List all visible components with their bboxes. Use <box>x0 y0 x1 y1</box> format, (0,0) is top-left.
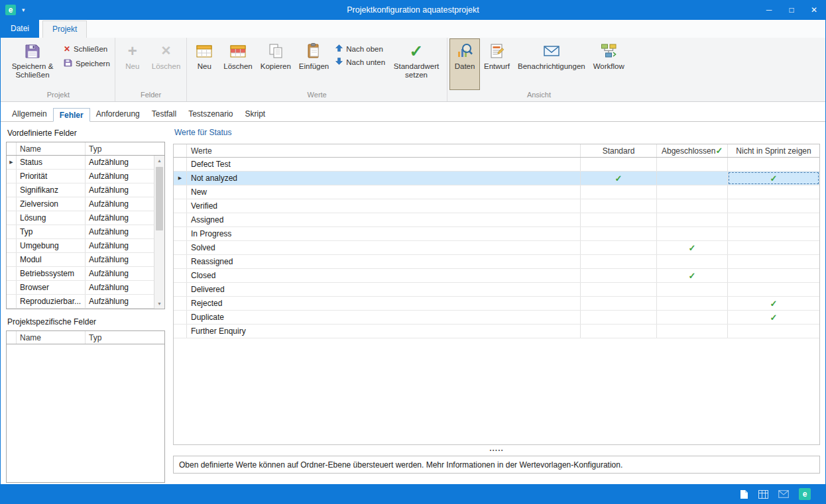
sprint-check-cell[interactable]: ✓ <box>728 172 819 185</box>
table-row[interactable]: Rejected ✓ <box>174 297 819 311</box>
abgeschlossen-check-cell[interactable] <box>657 158 728 171</box>
column-header-standard[interactable]: Standard <box>581 144 657 157</box>
abgeschlossen-check-cell[interactable]: ✓ <box>657 241 728 254</box>
minimize-button[interactable]: ─ <box>758 0 780 20</box>
standard-check-cell[interactable] <box>581 269 657 282</box>
value-cell[interactable]: In Progress <box>187 227 581 240</box>
field-typ-cell[interactable]: Aufzählung <box>86 183 154 197</box>
sprint-check-cell[interactable] <box>728 241 819 254</box>
scroll-up-arrow-icon[interactable]: ▲ <box>154 156 164 166</box>
table-row[interactable]: Delivered <box>174 283 819 297</box>
table-row[interactable]: Assigned <box>174 213 819 227</box>
standard-check-cell[interactable]: ✓ <box>581 172 657 185</box>
view-design-button[interactable]: Entwurf <box>480 38 514 90</box>
table-row[interactable]: Reassigned <box>174 255 819 269</box>
value-cell[interactable]: Not analyzed <box>187 172 581 185</box>
abgeschlossen-check-cell[interactable] <box>657 172 728 185</box>
table-row[interactable]: Priorität Aufzählung <box>7 170 154 183</box>
table-row[interactable]: Modul Aufzählung <box>7 253 154 267</box>
table-row[interactable]: Duplicate ✓ <box>174 311 819 325</box>
ribbon-tab-datei[interactable]: Datei <box>1 20 39 38</box>
field-name-cell[interactable]: Browser <box>17 281 86 294</box>
field-typ-cell[interactable]: Aufzählung <box>86 239 154 252</box>
value-cell[interactable]: Defect Test <box>187 158 581 171</box>
standard-check-cell[interactable] <box>581 311 657 324</box>
field-name-cell[interactable]: Typ <box>17 225 86 238</box>
table-row[interactable]: Defect Test <box>174 158 819 172</box>
column-header-abgeschlossen[interactable]: Abgeschlossen ✓ <box>657 144 728 157</box>
abgeschlossen-check-cell[interactable]: ✓ <box>657 269 728 282</box>
value-cell[interactable]: Further Enquiry <box>187 325 581 338</box>
field-typ-cell[interactable]: Aufzählung <box>86 295 154 308</box>
field-typ-cell[interactable]: Aufzählung <box>86 211 154 225</box>
standard-check-cell[interactable] <box>581 227 657 240</box>
notifications-button[interactable]: Benachrichtigungen <box>514 38 589 90</box>
value-cell[interactable]: Verified <box>187 199 581 213</box>
tab-allgemein[interactable]: Allgemein <box>6 107 53 121</box>
table-row[interactable]: ▶ Status Aufzählung <box>7 156 154 170</box>
abgeschlossen-check-cell[interactable] <box>657 185 728 199</box>
sprint-check-cell[interactable] <box>728 269 819 282</box>
table-row[interactable]: Umgebung Aufzählung <box>7 239 154 253</box>
mail-status-icon[interactable] <box>778 490 789 498</box>
close-window-button[interactable]: ✕ <box>803 0 825 20</box>
document-status-icon[interactable] <box>740 489 748 499</box>
tab-fehler[interactable]: Fehler <box>53 108 90 122</box>
table-row[interactable]: Lösung Aufzählung <box>7 211 154 225</box>
column-header-name[interactable]: Name <box>17 331 86 344</box>
column-header-werte[interactable]: Werte <box>187 144 581 157</box>
field-name-cell[interactable]: Signifikanz <box>17 183 86 197</box>
table-row[interactable]: Closed ✓ <box>174 269 819 283</box>
field-name-cell[interactable]: Zielversion <box>17 197 86 211</box>
sprint-check-cell[interactable] <box>728 325 819 338</box>
table-row[interactable]: Zielversion Aufzählung <box>7 197 154 211</box>
column-header-name[interactable]: Name <box>17 142 86 155</box>
table-row[interactable]: New <box>174 185 819 199</box>
maximize-button[interactable]: □ <box>780 0 803 20</box>
tab-testszenario[interactable]: Testszenario <box>182 107 239 121</box>
set-default-button[interactable]: ✓ Standardwert setzen <box>388 38 445 90</box>
field-name-cell[interactable]: Modul <box>17 253 86 266</box>
move-up-button[interactable]: Nach oben <box>335 44 385 53</box>
save-button[interactable]: Speichern <box>64 58 110 68</box>
field-typ-cell[interactable]: Aufzählung <box>86 267 154 280</box>
abgeschlossen-check-cell[interactable] <box>657 325 728 338</box>
sprint-check-cell[interactable] <box>728 185 819 199</box>
ribbon-tab-projekt[interactable]: Projekt <box>42 21 87 38</box>
table-row[interactable]: In Progress <box>174 227 819 241</box>
value-cell[interactable]: Reassigned <box>187 255 581 268</box>
field-typ-cell[interactable]: Aufzählung <box>86 197 154 211</box>
field-name-cell[interactable]: Reproduzierbar... <box>17 295 86 308</box>
sprint-check-cell[interactable] <box>728 283 819 296</box>
scroll-down-arrow-icon[interactable]: ▼ <box>154 299 164 309</box>
field-name-cell[interactable]: Status <box>17 156 86 169</box>
standard-check-cell[interactable] <box>581 213 657 227</box>
abgeschlossen-check-cell[interactable] <box>657 297 728 310</box>
value-cell[interactable]: Duplicate <box>187 311 581 324</box>
standard-check-cell[interactable] <box>581 297 657 310</box>
field-name-cell[interactable]: Betriebssystem <box>17 267 86 280</box>
table-row[interactable]: Solved ✓ <box>174 241 819 255</box>
vertical-scrollbar[interactable]: ▲ ▼ <box>154 156 164 309</box>
sprint-check-cell[interactable] <box>728 199 819 213</box>
splitter-grip[interactable]: ..... <box>173 445 820 454</box>
sprint-check-cell[interactable] <box>728 158 819 171</box>
table-row[interactable]: Betriebssystem Aufzählung <box>7 267 154 281</box>
field-name-cell[interactable]: Priorität <box>17 170 86 183</box>
value-cell[interactable]: Assigned <box>187 213 581 227</box>
standard-check-cell[interactable] <box>581 283 657 296</box>
close-button[interactable]: ✕ Schließen <box>64 44 110 54</box>
abgeschlossen-check-cell[interactable] <box>657 199 728 213</box>
app-logo-status-icon[interactable]: e <box>799 488 811 500</box>
paste-button[interactable]: Einfügen <box>295 38 333 90</box>
table-row[interactable]: Verified <box>174 199 819 213</box>
standard-check-cell[interactable] <box>581 185 657 199</box>
value-cell[interactable]: New <box>187 185 581 199</box>
value-new-button[interactable]: Neu <box>189 38 219 90</box>
value-cell[interactable]: Solved <box>187 241 581 254</box>
value-delete-button[interactable]: Löschen <box>219 38 256 90</box>
tab-anforderung[interactable]: Anforderung <box>90 107 146 121</box>
sprint-check-cell[interactable] <box>728 213 819 227</box>
table-row[interactable]: Signifikanz Aufzählung <box>7 183 154 197</box>
tab-skript[interactable]: Skript <box>239 107 272 121</box>
